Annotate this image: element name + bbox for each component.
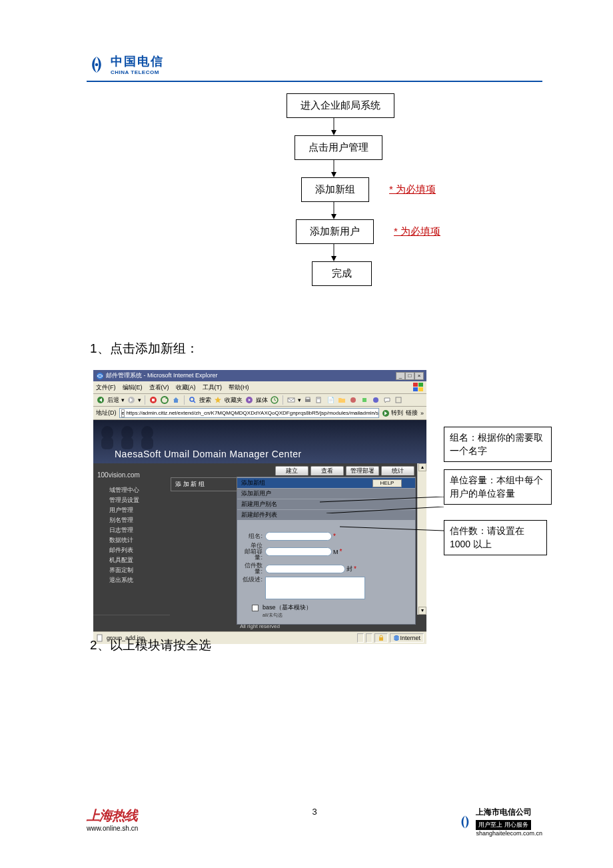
links-label[interactable]: 链接 — [406, 409, 418, 417]
domain-name: 100vision.com — [93, 466, 170, 485]
section-1-title: 1、点击添加新组： — [90, 340, 199, 357]
tab-view[interactable]: 查看 — [310, 466, 344, 475]
mail-icon[interactable] — [287, 395, 296, 405]
refresh-button[interactable] — [160, 395, 169, 405]
svg-rect-49 — [379, 637, 383, 641]
app-banner-title: NaesaSoft Umail Domain Manager Center — [115, 449, 302, 459]
sidebar-item-logs[interactable]: 日志管理 — [93, 525, 170, 535]
favorites-label[interactable]: 收藏夹 — [225, 396, 243, 405]
page-icon: e — [121, 409, 125, 417]
sidebar-item-exit[interactable]: 退出系统 — [93, 575, 170, 585]
tab-create[interactable]: 建立 — [275, 466, 308, 475]
svg-rect-12 — [413, 387, 418, 391]
tool2-icon[interactable] — [360, 395, 369, 405]
down-arrow-icon — [330, 244, 338, 261]
required-note: * 为必填项 — [389, 183, 436, 196]
svg-point-38 — [373, 397, 378, 403]
window-titlebar[interactable]: 邮件管理系统 - Microsoft Internet Explorer _ □… — [93, 370, 426, 381]
svg-line-24 — [193, 401, 195, 403]
sidebar-item-ui[interactable]: 界面定制 — [93, 565, 170, 575]
form-area: 组名: * 单位邮箱容量: M * — [237, 520, 415, 624]
svg-marker-4 — [331, 172, 336, 177]
menu-favorites[interactable]: 收藏(A) — [176, 383, 196, 392]
scrollbar[interactable]: ▴ ▾ — [417, 463, 426, 615]
tab-stat[interactable]: 统计 — [381, 466, 414, 475]
tool3-icon[interactable] — [371, 395, 380, 405]
app-banner: NaesaSoft Umail Domain Manager Center — [93, 420, 426, 463]
media-icon[interactable] — [245, 395, 254, 405]
back-button[interactable] — [96, 395, 105, 405]
favorites-icon[interactable] — [213, 395, 223, 405]
stop-button[interactable] — [149, 395, 158, 405]
notepad-icon[interactable]: 📄 — [326, 395, 335, 405]
folder-icon[interactable] — [337, 395, 346, 405]
callout-group-name: 组名：根据你的需要取一个名字 — [444, 427, 552, 462]
scroll-down-button[interactable]: ▾ — [418, 607, 426, 615]
status-zone: Internet — [390, 633, 424, 643]
app-body: 100vision.com 域管理中心 管理员设置 用户管理 别名管理 日志管理… — [93, 463, 426, 615]
label-mail-count: 信件数量: — [243, 563, 263, 575]
minimize-button[interactable]: _ — [396, 372, 405, 380]
label-group-name: 组名: — [243, 532, 263, 541]
more-icon[interactable]: » — [420, 410, 424, 417]
fullscreen-icon[interactable] — [394, 395, 403, 405]
address-label: 地址(D) — [96, 409, 117, 417]
print-icon[interactable] — [303, 395, 312, 405]
module-checkbox[interactable] — [252, 605, 259, 611]
menu-view[interactable]: 查看(V) — [149, 383, 169, 392]
menu-tools[interactable]: 工具(T) — [203, 383, 223, 392]
chat-icon[interactable] — [382, 395, 392, 405]
sidebar-item-maillist[interactable]: 邮件列表 — [93, 545, 170, 555]
svg-rect-13 — [418, 387, 423, 391]
search-icon[interactable] — [188, 395, 197, 405]
flow-step-2: 点击用户管理 — [295, 135, 382, 160]
manager-tabs: 建立 查看 管理部署 统计 — [170, 463, 426, 477]
silhouette-icon — [97, 423, 177, 449]
help-button[interactable]: HELP — [372, 479, 402, 487]
svg-marker-6 — [331, 214, 336, 219]
address-input[interactable]: e https://admin.citiz.net/extend/zh_cn/K… — [119, 408, 379, 418]
input-mail-count[interactable] — [265, 565, 345, 573]
input-unit-capacity[interactable] — [265, 547, 332, 556]
sidebar-item-domain[interactable]: 域管理中心 — [93, 485, 170, 495]
menu-help[interactable]: 帮助(H) — [229, 383, 249, 392]
scroll-up-button[interactable]: ▴ — [418, 463, 426, 471]
search-label[interactable]: 搜索 — [199, 396, 211, 405]
back-label[interactable]: 后退 — [107, 396, 119, 405]
mail-unit: 封 — [346, 565, 352, 573]
sidebar-item-alias[interactable]: 别名管理 — [93, 515, 170, 525]
down-arrow-icon — [330, 160, 338, 177]
flowchart: 进入企业邮局系统 点击用户管理 添加新组 * 为必填项 添加新用户 * 为必填项… — [253, 93, 466, 286]
menu-file[interactable]: 文件(F) — [96, 383, 116, 392]
status-lock — [374, 633, 388, 643]
close-button[interactable]: × — [414, 372, 424, 380]
sub-menu: 添 加 新 组 — [171, 477, 237, 491]
input-desc[interactable] — [265, 577, 365, 599]
sidebar-item-stats[interactable]: 数据统计 — [93, 535, 170, 545]
maximize-button[interactable]: □ — [405, 372, 414, 380]
footer-slogan: 用户至上 用心服务 — [476, 820, 531, 830]
sidebar-item-users[interactable]: 用户管理 — [93, 505, 170, 515]
svg-rect-19 — [152, 399, 155, 401]
sidebar-item-admin[interactable]: 管理员设置 — [93, 495, 170, 505]
shanghai-online-url: www.online.sh.cn — [87, 825, 138, 832]
media-label[interactable]: 媒体 — [256, 396, 268, 405]
flow-step-5: 完成 — [312, 261, 372, 286]
input-group-name[interactable] — [265, 532, 332, 541]
address-bar: 地址(D) e https://admin.citiz.net/extend/z… — [93, 407, 426, 420]
callout-unit-capacity: 单位容量：本组中每个用户的单位容量 — [444, 469, 552, 505]
footer-left: 上海热线 www.online.sh.cn — [87, 807, 138, 832]
callout-mail-count: 信件数：请设置在1000 以上 — [444, 520, 547, 555]
edit-icon[interactable] — [314, 395, 324, 405]
history-icon[interactable] — [270, 395, 279, 405]
tool1-icon[interactable] — [348, 395, 358, 405]
page-number: 3 — [312, 807, 316, 817]
forward-button[interactable] — [127, 395, 136, 405]
label-unit-capacity: 单位邮箱容量: — [243, 543, 263, 561]
home-button[interactable] — [171, 395, 181, 405]
menu-edit[interactable]: 编辑(E) — [123, 383, 143, 392]
go-button[interactable]: 转到 — [382, 409, 403, 417]
svg-rect-37 — [362, 398, 366, 402]
sidebar-item-device[interactable]: 机具配置 — [93, 555, 170, 565]
tab-manage[interactable]: 管理部署 — [346, 466, 379, 475]
